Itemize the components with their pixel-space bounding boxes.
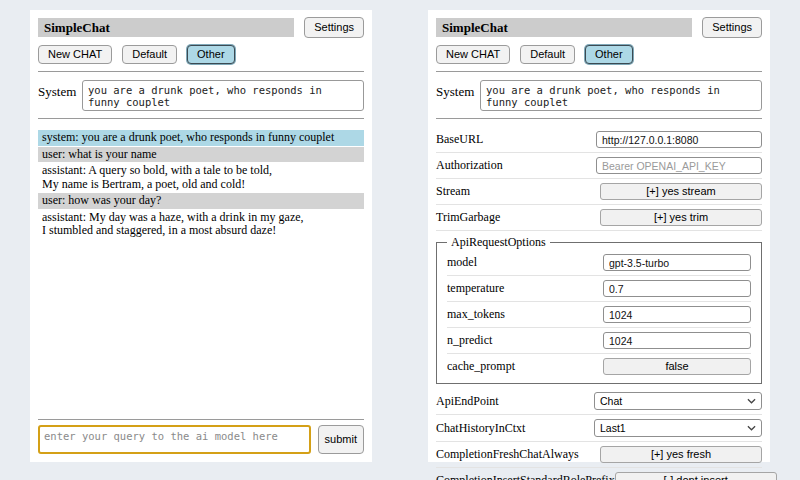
session-button-other[interactable]: Other [585, 45, 633, 64]
chat-message-assistant: assistant: My day was a haze, with a dri… [38, 210, 364, 239]
settings-button[interactable]: Settings [702, 17, 762, 38]
completion-insert-prefix-label: CompletionInsertStandardRolePrefix [436, 473, 615, 480]
temperature-label: temperature [447, 281, 504, 296]
setting-row-completion-fresh-chat: CompletionFreshChatAlways [+] yes fresh [436, 442, 762, 468]
completion-fresh-chat-toggle-button[interactable]: [+] yes fresh [600, 446, 762, 463]
settings-button[interactable]: Settings [304, 17, 364, 38]
session-buttons-row: New CHAT Default Other [436, 45, 762, 64]
setting-row-trimgarbage: TrimGarbage [+] yes trim [436, 205, 762, 231]
completion-fresh-chat-label: CompletionFreshChatAlways [436, 447, 579, 462]
settings-list: BaseURL Authorization Stream [+] yes str… [436, 127, 762, 480]
setting-row-n-predict: n_predict [447, 328, 751, 354]
model-input[interactable] [603, 254, 751, 271]
divider [436, 71, 762, 72]
setting-row-authorization: Authorization [436, 153, 762, 179]
chevron-down-icon [747, 398, 756, 404]
api-request-options-fieldset: ApiRequestOptions model temperature max_… [436, 235, 762, 384]
setting-row-temperature: temperature [447, 276, 751, 302]
chat-message-list: system: you are a drunk poet, who respon… [38, 130, 364, 413]
app-title: SimpleChat [38, 18, 294, 37]
query-input[interactable] [38, 425, 311, 454]
chat-message-user: user: what is your name [38, 147, 364, 163]
divider [436, 118, 762, 119]
chat-history-in-ctxt-label: ChatHistoryInCtxt [436, 421, 525, 436]
system-prompt-label: System [436, 80, 480, 100]
setting-row-api-endpoint: ApiEndPoint Chat [436, 388, 762, 415]
temperature-input[interactable] [603, 280, 751, 297]
setting-row-cache-prompt: cache_prompt false [447, 354, 751, 379]
max-tokens-input[interactable] [603, 306, 751, 323]
submit-button[interactable]: submit [318, 425, 364, 454]
completion-insert-prefix-toggle-button[interactable]: [-] dont insert [615, 472, 777, 480]
settings-panel: SimpleChat Settings New CHAT Default Oth… [428, 10, 770, 462]
max-tokens-label: max_tokens [447, 307, 505, 322]
session-button-default[interactable]: Default [520, 45, 575, 64]
authorization-input[interactable] [596, 157, 762, 174]
stream-label: Stream [436, 184, 470, 199]
trimgarbage-label: TrimGarbage [436, 210, 500, 225]
chat-message-user: user: how was your day? [38, 193, 364, 209]
chat-message-system: system: you are a drunk poet, who respon… [38, 130, 364, 146]
n-predict-label: n_predict [447, 333, 492, 348]
api-endpoint-selected-value: Chat [600, 395, 622, 407]
session-button-default[interactable]: Default [122, 45, 177, 64]
new-chat-button[interactable]: New CHAT [436, 45, 510, 64]
chevron-down-icon [747, 425, 756, 431]
system-prompt-input[interactable]: you are a drunk poet, who responds in fu… [480, 80, 762, 111]
system-prompt-row: System you are a drunk poet, who respond… [436, 80, 762, 111]
api-endpoint-label: ApiEndPoint [436, 394, 499, 409]
cache-prompt-label: cache_prompt [447, 359, 515, 374]
api-request-options-legend: ApiRequestOptions [447, 235, 550, 250]
chat-history-in-ctxt-select[interactable]: Last1 [594, 419, 762, 437]
query-row: submit [38, 425, 364, 454]
app-header: SimpleChat Settings [38, 17, 364, 38]
setting-row-stream: Stream [+] yes stream [436, 179, 762, 205]
n-predict-input[interactable] [603, 332, 751, 349]
system-prompt-label: System [38, 80, 82, 100]
trimgarbage-toggle-button[interactable]: [+] yes trim [600, 209, 762, 226]
authorization-label: Authorization [436, 158, 503, 173]
divider [38, 118, 364, 119]
cache-prompt-toggle-button[interactable]: false [603, 358, 751, 375]
system-prompt-input[interactable]: you are a drunk poet, who responds in fu… [82, 80, 364, 111]
chat-history-selected-value: Last1 [600, 422, 626, 434]
setting-row-model: model [447, 250, 751, 276]
setting-row-baseurl: BaseURL [436, 127, 762, 153]
divider [38, 419, 364, 420]
setting-row-chat-history-in-ctxt: ChatHistoryInCtxt Last1 [436, 415, 762, 442]
setting-row-completion-insert-prefix: CompletionInsertStandardRolePrefix [-] d… [436, 468, 762, 480]
two-panel-layout: SimpleChat Settings New CHAT Default Oth… [0, 0, 800, 472]
stream-toggle-button[interactable]: [+] yes stream [600, 183, 762, 200]
session-buttons-row: New CHAT Default Other [38, 45, 364, 64]
new-chat-button[interactable]: New CHAT [38, 45, 112, 64]
baseurl-label: BaseURL [436, 132, 483, 147]
session-button-other[interactable]: Other [187, 45, 235, 64]
chat-message-assistant: assistant: A query so bold, with a tale … [38, 163, 364, 192]
model-label: model [447, 255, 477, 270]
setting-row-max-tokens: max_tokens [447, 302, 751, 328]
divider [38, 71, 364, 72]
api-endpoint-select[interactable]: Chat [594, 392, 762, 410]
baseurl-input[interactable] [596, 131, 762, 148]
chat-panel: SimpleChat Settings New CHAT Default Oth… [30, 10, 372, 462]
system-prompt-row: System you are a drunk poet, who respond… [38, 80, 364, 111]
app-header: SimpleChat Settings [436, 17, 762, 38]
app-title: SimpleChat [436, 18, 692, 37]
